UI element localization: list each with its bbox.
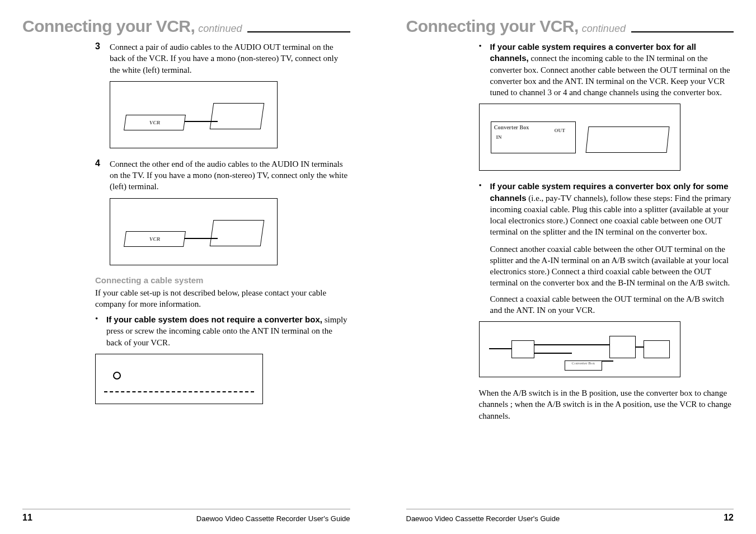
left-content: 3 Connect a pair of audio cables to the … — [22, 41, 350, 509]
sketch: VCR — [119, 205, 269, 257]
step-number: 3 — [95, 41, 110, 76]
footer-text-left: Daewoo Video Cassette Recorder User's Gu… — [196, 514, 350, 523]
bullet-converter-all-text: If your cable system requires a converte… — [490, 41, 734, 98]
sketch: Converter Box IN OUT — [487, 111, 672, 163]
left-footer: 11 Daewoo Video Cassette Recorder User's… — [22, 509, 350, 523]
vcr-box-icon: VCR — [124, 115, 186, 130]
right-title: Connecting your VCR, — [406, 17, 579, 36]
sketch — [104, 362, 254, 396]
diagram-vcr-audio-out: VCR — [110, 81, 278, 148]
bullet-dot-icon: • — [95, 314, 106, 348]
vcr-box-icon — [585, 127, 669, 153]
vcr-mini-icon — [644, 340, 670, 358]
in-label: IN — [496, 134, 501, 140]
bullet-dot-icon: • — [479, 181, 490, 237]
bullet-rest: (i.e., pay-TV channels), follow these st… — [490, 194, 731, 237]
bullet-no-converter: • If your cable system does not require … — [95, 314, 350, 348]
diagram-converter-box: Converter Box IN OUT — [479, 104, 680, 171]
cable-line-icon — [185, 121, 218, 122]
closing-paragraph: When the A/B switch is in the B position… — [479, 387, 734, 421]
ab-switch-icon — [609, 336, 636, 358]
converter-box-label: Converter Box — [494, 124, 529, 130]
wire-icon — [534, 353, 572, 354]
bullet-converter-some: • If your cable system requires a conver… — [479, 181, 734, 237]
splitter-icon — [511, 340, 534, 358]
wire-icon — [636, 346, 643, 348]
bullet-converter-all: • If your cable system requires a conver… — [479, 41, 734, 98]
subhead-cable-system: Connecting a cable system — [95, 275, 350, 285]
vcr-box-icon: VCR — [124, 231, 186, 247]
rule-line — [631, 31, 734, 32]
bullet-no-converter-text: If your cable system does not require a … — [106, 314, 350, 348]
sketch: VCR — [119, 88, 269, 141]
left-header: Connecting your VCR, continued — [22, 17, 350, 36]
left-page: Connecting your VCR, continued 3 Connect… — [0, 0, 378, 534]
floor-line-icon — [104, 391, 254, 392]
rule-line — [247, 31, 350, 32]
sketch: Converter Box — [485, 327, 674, 371]
step-number: 4 — [95, 158, 110, 193]
left-continued: continued — [198, 23, 242, 35]
right-continued: continued — [582, 23, 626, 35]
step-4: 4 Connect the other end of the audio cab… — [95, 158, 350, 193]
para-ab-switch: Connect another coaxial cable between th… — [479, 243, 734, 289]
wire-icon — [489, 348, 511, 349]
diagram-ab-switch: Converter Box — [479, 321, 680, 377]
step-4-text: Connect the other end of the audio cable… — [110, 158, 350, 193]
converter-mini-icon: Converter Box — [565, 360, 602, 370]
jack-icon — [113, 372, 121, 380]
step-3: 3 Connect a pair of audio cables to the … — [95, 41, 350, 76]
converter-box-icon: Converter Box IN OUT — [491, 121, 576, 153]
para-ab-out: Connect a coaxial cable between the OUT … — [479, 293, 734, 316]
right-content: • If your cable system requires a conver… — [406, 41, 734, 509]
wire-icon — [602, 360, 613, 362]
right-footer: Daewoo Video Cassette Recorder User's Gu… — [406, 509, 734, 523]
page-number-right: 12 — [724, 513, 734, 523]
step-3-text: Connect a pair of audio cables to the AU… — [110, 41, 350, 76]
footer-text-right: Daewoo Video Cassette Recorder User's Gu… — [406, 514, 560, 523]
tv-box-icon — [210, 103, 265, 129]
tv-box-icon — [210, 220, 265, 246]
right-page: Connecting your VCR, continued • If your… — [378, 0, 757, 534]
bullet-dot-icon: • — [479, 41, 490, 98]
bullet-converter-some-text: If your cable system requires a converte… — [490, 181, 734, 237]
cable-system-intro: If your cable set-up is not described be… — [95, 287, 350, 310]
cable-line-icon — [185, 238, 218, 239]
page-number-left: 11 — [22, 513, 32, 523]
bullet-lead: If your cable system does not require a … — [106, 315, 322, 324]
diagram-vcr-audio-in: VCR — [110, 198, 278, 265]
left-title: Connecting your VCR, — [22, 17, 195, 36]
diagram-simple-cable — [95, 354, 263, 404]
wire-icon — [534, 344, 610, 345]
out-label: OUT — [554, 128, 565, 133]
right-header: Connecting your VCR, continued — [406, 17, 734, 36]
